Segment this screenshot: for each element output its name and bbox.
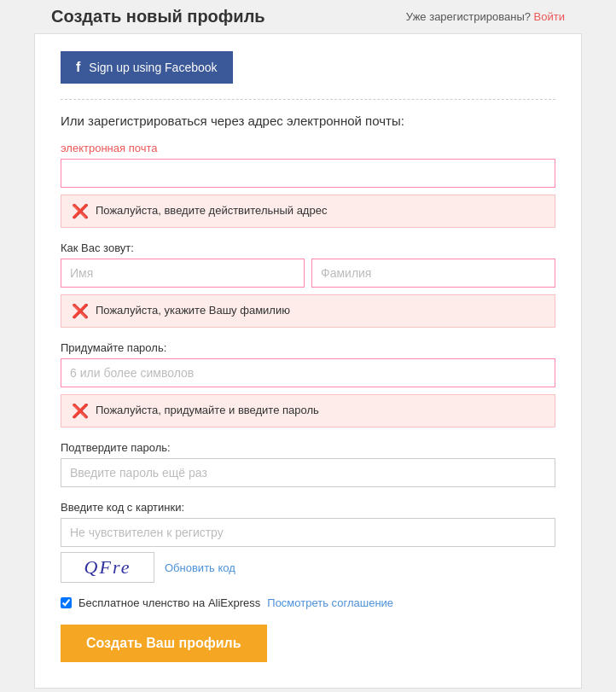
facebook-button-label: Sign up using Facebook	[89, 61, 217, 74]
email-error-icon: ❌	[72, 205, 89, 218]
captcha-label: Введите код с картинки:	[61, 501, 555, 514]
name-error-box: ❌ Пожалуйста, укажите Вашу фамилию	[61, 294, 555, 328]
captcha-input[interactable]	[61, 518, 555, 547]
registration-form: f Sign up using Facebook Или зарегистрир…	[34, 33, 582, 689]
facebook-signup-button[interactable]: f Sign up using Facebook	[61, 51, 233, 84]
name-label: Как Вас зовут:	[61, 241, 555, 254]
facebook-icon: f	[76, 60, 80, 75]
captcha-group: Введите код с картинки: QFre Обновить ко…	[61, 501, 555, 583]
agreement-text: Бесплатное членство на AliExpress	[78, 596, 260, 609]
password-error-text: Пожалуйста, придумайте и введите пароль	[96, 404, 319, 416]
divider	[61, 99, 555, 100]
login-prompt: Уже зарегистрированы? Войти	[406, 10, 565, 23]
agreement-row: Бесплатное членство на AliExpress Посмот…	[61, 596, 555, 609]
email-error-box: ❌ Пожалуйста, введите действительный адр…	[61, 195, 555, 228]
email-group: электронная почта ❌ Пожалуйста, введите …	[61, 142, 555, 228]
or-register-label: Или зарегистрироваться через адрес элект…	[61, 113, 555, 128]
password-error-box: ❌ Пожалуйста, придумайте и введите парол…	[61, 394, 555, 427]
confirm-label: Подтвердите пароль:	[61, 441, 555, 454]
password-group: Придумайте пароль: ❌ Пожалуйста, придума…	[61, 341, 555, 427]
captcha-image: QFre	[61, 552, 154, 583]
page-title: Создать новый профиль	[51, 7, 265, 26]
agreement-link[interactable]: Посмотреть соглашение	[267, 596, 393, 609]
first-name-input[interactable]	[61, 259, 305, 288]
submit-button[interactable]: Создать Ваш профиль	[61, 625, 267, 662]
login-link[interactable]: Войти	[534, 10, 565, 23]
name-group: Как Вас зовут: ❌ Пожалуйста, укажите Ваш…	[61, 241, 555, 328]
email-error-text: Пожалуйста, введите действительный адрес	[96, 204, 327, 217]
name-error-text: Пожалуйста, укажите Вашу фамилию	[96, 304, 290, 317]
email-label: электронная почта	[61, 142, 555, 154]
agreement-checkbox[interactable]	[61, 597, 72, 608]
confirm-password-group: Подтвердите пароль:	[61, 441, 555, 487]
password-label: Придумайте пароль:	[61, 341, 555, 354]
last-name-input[interactable]	[311, 259, 555, 288]
confirm-password-input[interactable]	[61, 458, 555, 487]
email-input[interactable]	[61, 159, 555, 188]
password-input[interactable]	[61, 358, 555, 387]
refresh-captcha-link[interactable]: Обновить код	[165, 561, 235, 574]
name-error-icon: ❌	[72, 305, 89, 318]
password-error-icon: ❌	[72, 404, 89, 418]
